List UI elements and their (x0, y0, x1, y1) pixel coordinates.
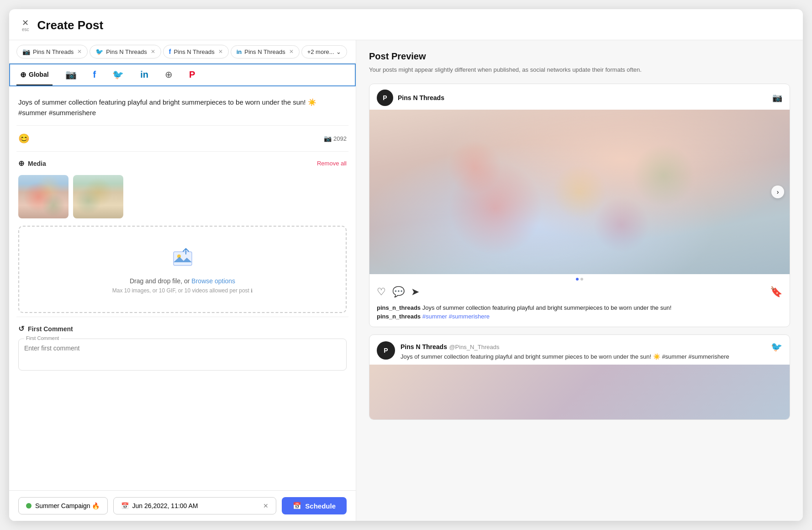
comment-icon: ↺ (18, 324, 24, 333)
svg-rect-0 (174, 252, 192, 265)
tab-fb-close[interactable]: ✕ (218, 48, 223, 55)
dot-1 (576, 278, 579, 281)
schedule-date-label: Jun 26,2022, 11:00 AM (132, 502, 198, 509)
calendar-icon: 📅 (121, 502, 129, 509)
ig-share-icon[interactable]: ➤ (411, 286, 419, 298)
media-label: ⊕ Media (18, 159, 46, 168)
schedule-calendar-icon: 📅 (293, 502, 301, 510)
global-icon: ⊕ (20, 70, 26, 79)
tab-linkedin[interactable]: in Pins N Threads ✕ (231, 45, 300, 58)
media-thumb-2[interactable] (73, 175, 123, 218)
drop-icon (28, 245, 337, 272)
first-comment-header: ↺ First Comment (16, 321, 348, 337)
media-thumbnails (16, 171, 348, 222)
ig-next-arrow[interactable]: › (771, 186, 784, 198)
tab-ig-platform[interactable]: 📷 (62, 64, 80, 86)
create-post-modal: ✕ esc Create Post 📷 Pins N Threads ✕ 🐦 P… (9, 9, 803, 521)
tab-fb-label: Pins N Threads (174, 48, 214, 55)
first-comment-field-label: First Comment (24, 335, 61, 341)
ig-caption-body: Joys of summer collection featuring play… (422, 304, 672, 311)
content-area: Joys of summer collection featuring play… (9, 86, 356, 490)
ig-comment-icon[interactable]: 💬 (392, 286, 405, 298)
preview-subtitle: Your posts might appear slightly differe… (369, 65, 790, 74)
instagram-preview-card: P Pins N Threads 📷 › ♡ (369, 84, 790, 327)
tab-ig-label: Pins N Threads (33, 48, 74, 55)
linkedin-icon: in (237, 48, 242, 55)
campaign-button[interactable]: Summer Campaign 🔥 (18, 497, 108, 514)
left-panel: 📷 Pins N Threads ✕ 🐦 Pins N Threads ✕ f … (9, 40, 356, 521)
post-text: Joys of summer collection featuring play… (16, 94, 348, 122)
tw-info: Pins N Threads @Pins_N_Threads 🐦 Joys of… (401, 341, 782, 361)
tw-username: Pins N Threads (401, 343, 447, 350)
global-tab-label: Global (29, 71, 49, 78)
ig-platform-icon: 📷 (65, 69, 77, 80)
li-platform-icon: in (140, 69, 148, 80)
fb-platform-icon: f (93, 69, 96, 80)
drop-zone[interactable]: Drag and drop file, or Browse options Ma… (18, 226, 347, 313)
tab-more-button[interactable]: +2 more... ⌄ (301, 45, 347, 58)
char-count-value: 2092 (333, 135, 347, 142)
dot-2 (580, 278, 583, 281)
ig-carousel-dots (369, 274, 790, 284)
ig-account: P Pins N Threads (377, 90, 444, 106)
schedule-button[interactable]: 📅 Schedule (282, 497, 347, 514)
tab-fb-platform[interactable]: f (90, 64, 100, 86)
schedule-time-button[interactable]: 📅 Jun 26,2022, 11:00 AM ✕ (113, 497, 277, 514)
tab-li-platform[interactable]: in (137, 64, 152, 86)
browse-options-link[interactable]: Browse options (191, 277, 235, 285)
twitter-preview-card: P Pins N Threads @Pins_N_Threads 🐦 Joys … (369, 334, 790, 420)
tw-platform-icon: 🐦 (112, 69, 124, 80)
schedule-btn-label: Schedule (305, 502, 336, 510)
campaign-dot (26, 503, 32, 509)
ig-card-platform-icon: 📷 (772, 93, 782, 103)
tab-instagram[interactable]: 📷 Pins N Threads ✕ (16, 45, 88, 58)
remove-all-button[interactable]: Remove all (317, 160, 347, 167)
close-button[interactable]: ✕ esc (22, 19, 29, 32)
drop-text: Drag and drop file, or Browse options (28, 277, 337, 285)
chevron-down-icon: ⌄ (336, 48, 341, 55)
tab-tw-label: Pins N Threads (106, 48, 147, 55)
facebook-icon: f (169, 48, 171, 55)
first-comment-section: ↺ First Comment First Comment (16, 321, 348, 371)
tab-li-close[interactable]: ✕ (289, 48, 294, 55)
tab-tw-close[interactable]: ✕ (151, 48, 155, 55)
ig-actions: ♡ 💬 ➤ 🔖 (369, 284, 790, 302)
tab-more-label: +2 more... (307, 48, 334, 55)
ig-avatar: P (377, 90, 393, 106)
ig-caption: pins_n_threads Joys of summer collection… (369, 302, 790, 327)
tab-tw-platform[interactable]: 🐦 (109, 64, 127, 86)
tab-threads-platform[interactable]: ⊕ (161, 64, 176, 86)
info-icon: ℹ (251, 288, 253, 293)
drop-subtext: Max 10 images, or 10 GIF, or 10 videos a… (28, 287, 337, 294)
tabs-row: 📷 Pins N Threads ✕ 🐦 Pins N Threads ✕ f … (9, 40, 356, 64)
close-icon: ✕ (22, 19, 29, 27)
tab-twitter[interactable]: 🐦 Pins N Threads ✕ (90, 45, 161, 58)
threads-platform-icon: ⊕ (165, 69, 173, 80)
clear-schedule-icon[interactable]: ✕ (263, 502, 269, 509)
preview-title: Post Preview (369, 51, 790, 62)
ig-caption-user-2: pins_n_threads (377, 313, 421, 320)
platform-tabs: ⊕ Global 📷 f 🐦 in ⊕ (9, 64, 356, 86)
instagram-icon: 📷 (22, 48, 30, 55)
tab-global[interactable]: ⊕ Global (16, 65, 53, 85)
ig-bookmark-icon[interactable]: 🔖 (770, 286, 782, 298)
char-count: 📷 2092 (324, 135, 347, 142)
page-title: Create Post (37, 18, 104, 32)
tab-ig-close[interactable]: ✕ (77, 48, 82, 55)
ig-card-header: P Pins N Threads 📷 (369, 84, 790, 110)
modal-header: ✕ esc Create Post (9, 9, 803, 40)
media-header: ⊕ Media Remove all (16, 155, 348, 171)
right-panel: Post Preview Your posts might appear sli… (356, 40, 803, 521)
media-label-text: Media (28, 160, 46, 167)
first-comment-label: First Comment (28, 325, 73, 333)
emoji-button[interactable]: 😊 (18, 133, 30, 144)
tw-avatar: P (377, 341, 395, 360)
first-comment-input-wrap: First Comment (18, 339, 347, 371)
media-thumb-1[interactable] (18, 175, 69, 218)
first-comment-textarea[interactable] (24, 344, 341, 363)
ig-like-icon[interactable]: ♡ (377, 286, 386, 298)
ig-preview-image: › (369, 110, 790, 274)
tab-facebook[interactable]: f Pins N Threads ✕ (163, 45, 229, 58)
ig-username: Pins N Threads (398, 94, 444, 101)
tab-pinterest-platform[interactable]: P (185, 64, 199, 86)
